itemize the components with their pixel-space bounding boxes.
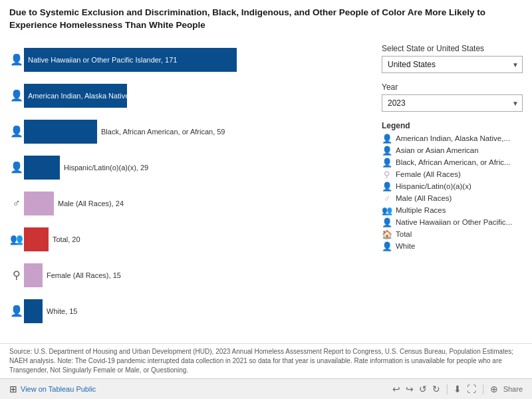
bottom-bar: ⊞ View on Tableau Public ↩ ↪ ↺ ↻ | ⬇ ⛶ |… <box>0 378 532 399</box>
undo-icon[interactable]: ↩ <box>392 384 400 394</box>
bar-row: ♂Male (All Races), 24 <box>9 186 366 221</box>
legend-item-icon: 👤 <box>382 158 392 168</box>
legend-item-label: Multiple Races <box>396 206 446 214</box>
legend-item: 👤Hispanic/Latin(o)(a)(x) <box>382 182 523 192</box>
bar-row: 👥Total, 20 <box>9 222 366 257</box>
reset-icon[interactable]: ↺ <box>419 384 427 394</box>
bar-icon: ♂ <box>9 198 24 209</box>
chart-title: Due to Systemic Exclusion and Discrimina… <box>0 0 532 37</box>
bar-icon: 👤 <box>9 125 24 138</box>
legend-item-label: Asian or Asian American <box>396 146 479 154</box>
bar-wrapper: Male (All Races), 24 <box>24 191 366 216</box>
bar-label: Hispanic/Latin(o)(a)(x), 29 <box>64 164 148 172</box>
bar-icon: 👤 <box>9 305 24 317</box>
state-label: Select State or United States <box>382 44 523 53</box>
legend-item: 🏠Total <box>382 229 523 239</box>
legend-item-icon: 👥 <box>382 205 392 215</box>
bar-row: 👤White, 15 <box>9 294 366 329</box>
bottom-bar-left: ⊞ View on Tableau Public <box>9 384 96 394</box>
bar-icon: 👥 <box>9 233 24 245</box>
legend-item-icon: 👤 <box>382 217 392 227</box>
separator-2: | <box>481 383 484 395</box>
legend-item-icon: 👤 <box>382 241 392 251</box>
refresh-icon[interactable]: ↻ <box>432 384 440 394</box>
bar-wrapper: Female (All Races), 15 <box>24 263 366 288</box>
legend-list: 👤American Indian, Alaska Native,...👤Asia… <box>382 134 523 251</box>
state-select[interactable]: United States <box>382 56 523 73</box>
bar-row: 👤Black, African American, or African, 59 <box>9 114 366 149</box>
legend-item: 👤Asian or Asian American <box>382 146 523 156</box>
legend-item-label: Female (All Races) <box>396 170 461 178</box>
bar-fill <box>24 227 49 251</box>
legend-item: 👤White <box>382 241 523 251</box>
sidebar: Select State or United States United Sta… <box>372 37 532 343</box>
year-select-wrapper: 2023 ▼ <box>382 94 523 112</box>
bar-wrapper: White, 15 <box>24 299 366 324</box>
share-icon[interactable]: ⊕ <box>490 384 498 394</box>
bar-fill <box>24 192 54 215</box>
bar-icon: 👤 <box>9 89 24 102</box>
legend-item: 👥Multiple Races <box>382 205 523 215</box>
bar-fill <box>24 120 97 144</box>
legend-item: ⚲Female (All Races) <box>382 170 523 180</box>
bar-fill <box>24 156 60 180</box>
bar-fill <box>24 263 43 287</box>
chart-area: 👤Native Hawaiian or Other Pacific Island… <box>0 37 372 343</box>
bar-label: White, 15 <box>47 307 77 315</box>
bar-fill: American Indian, Alaska Native, or Indig… <box>24 84 127 108</box>
legend-item-icon: 🏠 <box>382 229 392 239</box>
legend-item-label: Total <box>396 230 412 238</box>
bar-row: 👤American Indian, Alaska Native, or Indi… <box>9 78 366 113</box>
download-icon[interactable]: ⬇ <box>454 384 462 394</box>
bar-label: Native Hawaiian or Other Pacific Islande… <box>28 56 177 64</box>
bar-row: 👤Native Hawaiian or Other Pacific Island… <box>9 43 366 77</box>
legend-item-icon: 👤 <box>382 134 392 144</box>
bar-label: Male (All Races), 24 <box>58 200 124 207</box>
bar-icon: 👤 <box>9 53 24 66</box>
bar-wrapper: Black, African American, or African, 59 <box>24 119 366 144</box>
year-label: Year <box>382 82 523 92</box>
legend-item-label: American Indian, Alaska Native,... <box>396 134 510 142</box>
legend-item-label: Black, African American, or Afric... <box>396 158 511 166</box>
bar-wrapper: Native Hawaiian or Other Pacific Islande… <box>24 47 366 72</box>
legend-item: 👤Native Hawaiian or Other Pacific... <box>382 217 523 227</box>
legend-item-label: White <box>396 242 415 250</box>
bar-row: 👤Hispanic/Latin(o)(a)(x), 29 <box>9 150 366 185</box>
tableau-link[interactable]: View on Tableau Public <box>21 385 96 393</box>
bar-icon: 👤 <box>9 161 24 174</box>
legend-item-icon: ⚲ <box>382 170 392 180</box>
tableau-link-text: View on Tableau Public <box>21 385 96 393</box>
bar-label: American Indian, Alaska Native, or Indig… <box>28 92 190 100</box>
legend-item: ♂Male (All Races) <box>382 194 523 203</box>
fullscreen-icon[interactable]: ⛶ <box>467 384 476 394</box>
bar-wrapper: American Indian, Alaska Native, or Indig… <box>24 83 366 108</box>
bar-wrapper: Hispanic/Latin(o)(a)(x), 29 <box>24 155 366 180</box>
share-label[interactable]: Share <box>503 385 523 393</box>
legend-item-label: Hispanic/Latin(o)(a)(x) <box>396 182 471 190</box>
bar-fill <box>24 299 43 323</box>
legend-title: Legend <box>382 121 523 130</box>
bar-label: Female (All Races), 15 <box>47 271 121 279</box>
app-container: Due to Systemic Exclusion and Discrimina… <box>0 0 532 399</box>
footer-text: Source: U.S. Department of Housing and U… <box>0 343 532 378</box>
state-select-wrapper: United States ▼ <box>382 56 523 73</box>
bar-icon: ⚲ <box>9 269 24 281</box>
legend-item-label: Native Hawaiian or Other Pacific... <box>396 218 512 226</box>
main-content: 👤Native Hawaiian or Other Pacific Island… <box>0 37 532 343</box>
bar-row: ⚲Female (All Races), 15 <box>9 258 366 293</box>
year-select[interactable]: 2023 <box>382 94 523 112</box>
nav-icons: ↩ ↪ ↺ ↻ | ⬇ ⛶ | ⊕ Share <box>392 383 523 395</box>
bar-wrapper: Total, 20 <box>24 227 366 252</box>
bar-label: Black, African American, or African, 59 <box>101 128 225 136</box>
separator-1: | <box>446 383 448 395</box>
legend-item-icon: 👤 <box>382 146 392 156</box>
legend-item: 👤Black, African American, or Afric... <box>382 158 523 168</box>
legend-item: 👤American Indian, Alaska Native,... <box>382 134 523 144</box>
tableau-grid-icon: ⊞ <box>9 384 17 394</box>
legend-item-icon: 👤 <box>382 182 392 192</box>
bar-fill: Native Hawaiian or Other Pacific Islande… <box>24 48 237 72</box>
legend-item-icon: ♂ <box>382 194 392 203</box>
legend-item-label: Male (All Races) <box>396 194 452 202</box>
bar-label: Total, 20 <box>53 235 80 243</box>
redo-icon[interactable]: ↪ <box>406 384 414 394</box>
